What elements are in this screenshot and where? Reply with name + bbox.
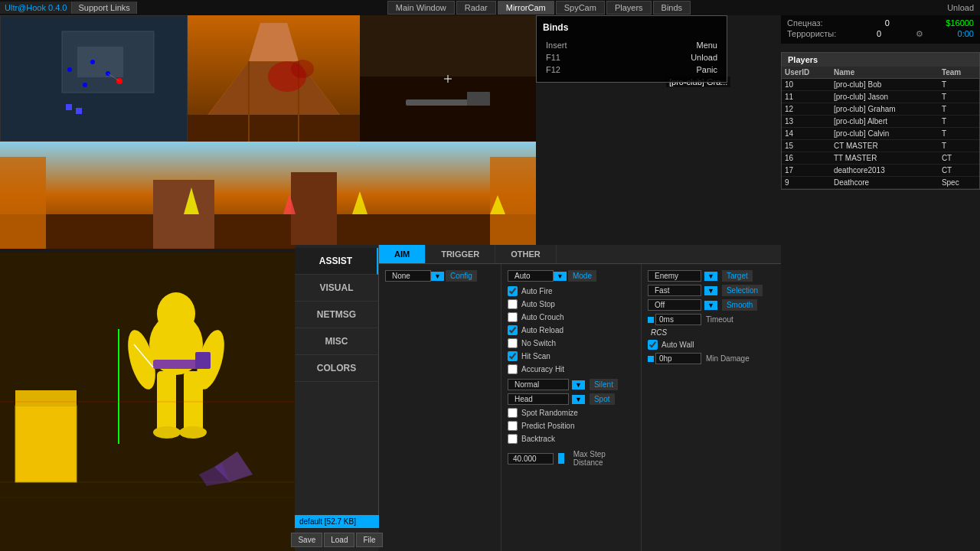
auto-fire-checkbox[interactable] bbox=[508, 286, 518, 296]
table-row[interactable]: 9 Deathcore Spec bbox=[782, 177, 979, 189]
mode-label: Mode bbox=[568, 270, 596, 282]
table-row[interactable]: 11 [pro-club] Jason T bbox=[782, 91, 979, 103]
max-step-input[interactable] bbox=[508, 453, 554, 465]
smooth-val[interactable]: Off bbox=[648, 299, 701, 311]
player-id: 9 bbox=[782, 177, 831, 189]
config-dropdown-arrow[interactable]: ▼ bbox=[431, 272, 444, 281]
aim-tab-other[interactable]: OTHER bbox=[495, 245, 557, 263]
head-arrow[interactable]: ▼ bbox=[572, 395, 585, 404]
player-team: T bbox=[939, 91, 979, 103]
target-row: Enemy ▼ Target bbox=[648, 270, 775, 282]
table-row[interactable]: 10 [pro-club] Bob T bbox=[782, 79, 979, 91]
load-button[interactable]: Load bbox=[324, 533, 354, 547]
hit-scan-checkbox[interactable] bbox=[508, 351, 518, 361]
support-links-button[interactable]: Support Links bbox=[72, 2, 136, 14]
player-id: 17 bbox=[782, 165, 831, 177]
head-spot-row: Head ▼ Spot bbox=[508, 393, 635, 405]
auto-crouch-checkbox[interactable] bbox=[508, 312, 518, 322]
checkbox-spot-randomize: Spot Randomize bbox=[508, 408, 635, 418]
radar-svg bbox=[188, 15, 360, 142]
auto-stop-checkbox[interactable] bbox=[508, 299, 518, 309]
rcs-label: RCS bbox=[651, 328, 667, 337]
timeout-input[interactable] bbox=[655, 314, 701, 325]
auto-wall-label: Auto Wall bbox=[662, 341, 694, 349]
player-name: deathcore2013 bbox=[831, 165, 939, 177]
auto-wall-checkbox[interactable] bbox=[648, 340, 658, 350]
table-row[interactable]: 15 CT MASTER T bbox=[782, 140, 979, 152]
tab-netmsg[interactable]: NETMSG bbox=[295, 302, 378, 328]
tab-binds[interactable]: Binds bbox=[653, 1, 691, 15]
players-title: Players bbox=[782, 53, 979, 67]
player-id: 10 bbox=[782, 79, 831, 91]
backtrack-checkbox[interactable] bbox=[508, 434, 518, 444]
bind-action: Panic bbox=[696, 65, 717, 74]
head-val[interactable]: Head bbox=[508, 393, 569, 405]
player-id: 11 bbox=[782, 91, 831, 103]
player-id: 12 bbox=[782, 103, 831, 116]
mode-dropdown-val[interactable]: Auto bbox=[508, 270, 554, 282]
tab-players[interactable]: Players bbox=[606, 1, 652, 15]
tab-assist[interactable]: ASSIST bbox=[295, 248, 378, 275]
aim-content-area: None ▼ Config Auto ▼ Mode Auto Fire Auto… bbox=[379, 264, 781, 551]
normal-silent-row: Normal ▼ Silent bbox=[508, 379, 635, 390]
selection-arrow[interactable]: ▼ bbox=[704, 286, 717, 295]
auto-reload-checkbox[interactable] bbox=[508, 325, 518, 335]
tab-visual[interactable]: VISUAL bbox=[295, 275, 378, 302]
spot-randomize-checkbox[interactable] bbox=[508, 408, 518, 418]
step-teal-indicator bbox=[558, 453, 564, 464]
checkbox-auto-stop: Auto Stop bbox=[508, 299, 635, 309]
accuracy-hit-checkbox[interactable] bbox=[508, 364, 518, 374]
svg-rect-27 bbox=[0, 157, 46, 249]
no-switch-checkbox[interactable] bbox=[508, 338, 518, 348]
selection-val[interactable]: Fast bbox=[648, 285, 701, 296]
min-damage-teal-bar bbox=[648, 356, 654, 362]
bottom-buttons: Save Load File bbox=[295, 528, 379, 551]
player-id: 16 bbox=[782, 152, 831, 165]
tab-colors[interactable]: COLORS bbox=[295, 355, 378, 382]
svg-point-41 bbox=[157, 292, 195, 335]
target-arrow[interactable]: ▼ bbox=[704, 272, 717, 281]
config-dropdown-val[interactable]: None bbox=[385, 270, 431, 282]
mode-dropdown-arrow[interactable]: ▼ bbox=[554, 272, 567, 281]
tab-radar[interactable]: Radar bbox=[456, 1, 496, 15]
min-damage-input[interactable] bbox=[655, 353, 701, 364]
aim-tab-aim[interactable]: AIM bbox=[379, 245, 426, 263]
max-step-row: Max Step Distance bbox=[508, 450, 635, 467]
save-button[interactable]: Save bbox=[291, 533, 322, 547]
svg-point-18 bbox=[291, 60, 314, 78]
timeout-row: Timeout bbox=[648, 314, 775, 325]
predict-position-checkbox[interactable] bbox=[508, 421, 518, 431]
unload-button[interactable]: Unload bbox=[941, 2, 980, 14]
smooth-badge: Smooth bbox=[722, 299, 757, 311]
svg-rect-38 bbox=[15, 406, 77, 482]
score-panel: Спецназ: 0 $16000 Террористы: 0 ⚙ 0:00 bbox=[781, 15, 980, 44]
tab-misc[interactable]: MISC bbox=[295, 328, 378, 355]
smooth-arrow[interactable]: ▼ bbox=[704, 301, 717, 310]
players-table: UserID Name Team 10 [pro-club] Bob T 11 … bbox=[782, 67, 979, 189]
normal-val[interactable]: Normal bbox=[508, 379, 569, 390]
file-button[interactable]: File bbox=[356, 533, 382, 547]
checkbox-auto-reload: Auto Reload bbox=[508, 325, 635, 335]
char-svg bbox=[0, 253, 295, 551]
table-row[interactable]: 13 [pro-club] Albert T bbox=[782, 116, 979, 128]
tab-mirrorcam[interactable]: MirrorCam bbox=[498, 1, 554, 15]
config-label: Config bbox=[446, 270, 477, 282]
table-row[interactable]: 16 TT MASTER CT bbox=[782, 152, 979, 165]
normal-arrow[interactable]: ▼ bbox=[572, 380, 585, 390]
table-row[interactable]: 12 [pro-club] Graham T bbox=[782, 103, 979, 116]
tab-spycam[interactable]: SpyCam bbox=[556, 1, 605, 15]
aim-tab-trigger[interactable]: TRIGGER bbox=[426, 245, 495, 263]
table-row[interactable]: 17 deathcore2013 CT bbox=[782, 165, 979, 177]
backtrack-label: Backtrack bbox=[521, 435, 555, 443]
auto-stop-label: Auto Stop bbox=[521, 300, 555, 308]
target-val[interactable]: Enemy bbox=[648, 270, 701, 282]
auto-fire-label: Auto Fire bbox=[521, 287, 553, 295]
bind-key: F12 bbox=[546, 65, 560, 74]
binds-title: Binds bbox=[543, 22, 720, 33]
tab-main-window[interactable]: Main Window bbox=[387, 1, 455, 15]
selection-badge: Selection bbox=[722, 285, 763, 296]
table-row[interactable]: 14 [pro-club] Calvin T bbox=[782, 128, 979, 140]
minimap-svg bbox=[1, 16, 188, 142]
players-panel: Players UserID Name Team 10 [pro-club] B… bbox=[781, 52, 980, 190]
top-tabs: Main Window Radar MirrorCam SpyCam Playe… bbox=[137, 1, 941, 15]
